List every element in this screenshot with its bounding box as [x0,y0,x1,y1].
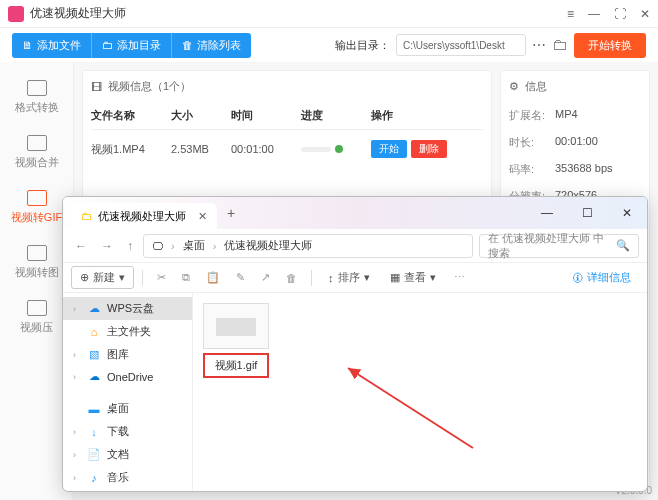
crumb-desktop[interactable]: 桌面 [183,238,205,253]
add-folder-button[interactable]: 🗀添加目录 [92,33,172,58]
details-button[interactable]: 🛈详细信息 [564,267,639,288]
svg-line-0 [348,368,473,448]
explorer-side-item[interactable]: ›♪音乐 [63,466,192,489]
paste-button[interactable]: 📋 [200,271,226,284]
explorer-content[interactable]: 视频1.gif [193,293,647,491]
search-icon: 🔍 [616,239,630,252]
minimize-button[interactable]: — [588,7,600,21]
col-action: 操作 [371,108,483,123]
gear-icon: ⚙ [509,80,519,93]
col-time: 时间 [231,108,301,123]
location-label: 图库 [107,347,129,362]
new-button[interactable]: ⊕新建▾ [71,266,134,289]
explorer-side-item[interactable]: ›☁OneDrive [63,366,192,387]
info-header: ⚙信息 [509,79,641,102]
location-label: 桌面 [107,401,129,416]
col-progress: 进度 [301,108,371,123]
table-row[interactable]: 视频1.MP4 2.53MB 00:01:00 开始 删除 [91,130,483,168]
folder-icon: 🗀 [81,210,92,222]
chevron-icon: › [73,450,81,460]
sidebar-item-merge[interactable]: 视频合并 [0,125,73,180]
location-icon: ♪ [87,472,101,484]
clear-list-button[interactable]: 🗑清除列表 [172,33,251,58]
up-button[interactable]: ↑ [123,239,137,253]
search-input[interactable]: 在 优速视频处理大师 中搜索🔍 [479,234,639,258]
output-path-field[interactable]: C:\Users\yssoft1\Deskt [396,34,526,56]
film-icon: 🎞 [91,81,102,93]
menu-icon[interactable]: ≡ [567,7,574,21]
explorer-side-item[interactable]: ›☁WPS云盘 [63,297,192,320]
add-file-button[interactable]: 🗎添加文件 [12,33,92,58]
cell-name: 视频1.MP4 [91,142,171,157]
status-dot-icon [335,145,343,153]
compress-icon [27,300,47,316]
crumb-folder[interactable]: 优速视频处理大师 [224,238,312,253]
rename-button[interactable]: ✎ [230,271,251,284]
chevron-icon: › [73,427,81,437]
tab-close-button[interactable]: ✕ [198,210,207,223]
sort-button[interactable]: ↕排序▾ [320,267,378,288]
chevron-down-icon: ▾ [430,271,436,284]
chevron-icon: › [73,350,81,360]
merge-icon [27,135,47,151]
file-icon: 🗎 [22,39,33,51]
view-button[interactable]: ▦查看▾ [382,267,444,288]
maximize-button[interactable]: ⛶ [614,7,626,21]
location-label: 下载 [107,424,129,439]
trash-icon: 🗑 [182,39,193,51]
cut-button[interactable]: ✂ [151,271,172,284]
pc-icon: 🖵 [152,240,163,252]
row-delete-button[interactable]: 删除 [411,140,447,158]
minimize-button[interactable]: — [527,197,567,229]
new-tab-button[interactable]: + [227,205,235,221]
tab-title: 优速视频处理大师 [98,209,186,224]
back-button[interactable]: ← [71,239,91,253]
table-header: 文件名称 大小 时间 进度 操作 [91,102,483,130]
cell-progress [301,145,371,153]
breadcrumb[interactable]: 🖵› 桌面› 优速视频处理大师 [143,234,473,258]
file-thumbnail-icon [203,303,269,349]
browse-button[interactable]: ⋯ [532,37,546,53]
app-logo-icon [8,6,24,22]
location-label: WPS云盘 [107,301,154,316]
explorer-window-controls: — ☐ ✕ [527,197,647,229]
more-button[interactable]: ⋯ [448,271,471,284]
plus-icon: ⊕ [80,271,89,284]
explorer-side-item[interactable]: ›▧图库 [63,343,192,366]
forward-button[interactable]: → [97,239,117,253]
explorer-side-item[interactable]: ▬桌面 [63,397,192,420]
location-label: OneDrive [107,371,153,383]
gif-icon [27,190,47,206]
explorer-body: ›☁WPS云盘⌂主文件夹›▧图库›☁OneDrive▬桌面›↓下载›📄文档›♪音… [63,293,647,491]
chevron-down-icon: ▾ [364,271,370,284]
file-item[interactable]: 视频1.gif [203,303,269,378]
toolbar: 🗎添加文件 🗀添加目录 🗑清除列表 输出目录： C:\Users\yssoft1… [0,28,658,62]
titlebar: 优速视频处理大师 ≡ — ⛶ ✕ [0,0,658,28]
explorer-side-item[interactable]: ›↓下载 [63,420,192,443]
convert-icon [27,80,47,96]
location-icon: 📄 [87,448,101,461]
location-icon: ☁ [87,370,101,383]
copy-button[interactable]: ⧉ [176,271,196,284]
explorer-side-item[interactable]: ›📄文档 [63,443,192,466]
image-icon [27,245,47,261]
chevron-icon: › [73,473,81,483]
maximize-button[interactable]: ☐ [567,197,607,229]
location-icon: ☁ [87,302,101,315]
row-start-button[interactable]: 开始 [371,140,407,158]
info-bitrate: 码率:353688 bps [509,156,641,183]
progress-bar [301,147,331,152]
explorer-tab[interactable]: 🗀 优速视频处理大师 ✕ [71,203,217,229]
share-button[interactable]: ↗ [255,271,276,284]
delete-button[interactable]: 🗑 [280,272,303,284]
location-icon: ▧ [87,348,101,361]
chevron-icon: › [73,304,81,314]
location-icon: ▬ [87,403,101,415]
explorer-side-item[interactable]: ⌂主文件夹 [63,320,192,343]
sidebar-item-format[interactable]: 格式转换 [0,70,73,125]
close-button[interactable]: ✕ [607,197,647,229]
explorer-nav: ← → ↑ 🖵› 桌面› 优速视频处理大师 在 优速视频处理大师 中搜索🔍 [63,229,647,263]
start-convert-button[interactable]: 开始转换 [574,33,646,58]
close-button[interactable]: ✕ [640,7,650,21]
open-folder-button[interactable]: 🗀 [552,36,568,54]
